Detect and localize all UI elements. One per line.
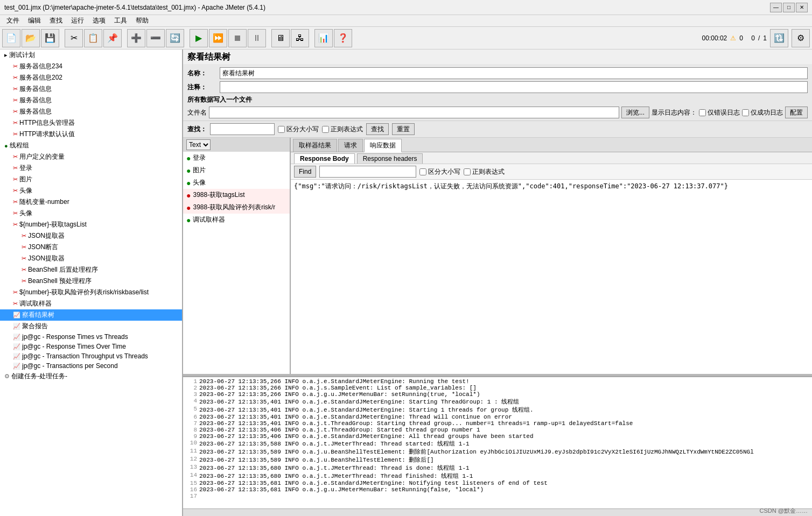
result-item-debug-item[interactable]: ●调试取样器 xyxy=(183,214,290,226)
find-regex-checkbox[interactable] xyxy=(464,168,471,175)
menu-item-查找[interactable]: 查找 xyxy=(45,15,67,26)
tree-item-jp-rt-over[interactable]: 📈jp@gc - Response Times Over Time xyxy=(0,342,182,351)
tree-item-create-job[interactable]: ⚙创建任务-处理任务- xyxy=(0,371,182,382)
search-button[interactable]: 查找 xyxy=(366,123,389,135)
detail-tab-请求[interactable]: 请求 xyxy=(338,139,363,152)
result-item-login-item[interactable]: ●登录 xyxy=(183,152,290,164)
tree-item-thread-group[interactable]: ●线程组 xyxy=(0,140,182,151)
filename-input[interactable] xyxy=(209,107,619,118)
main-layout: ▸测试计划✂服务器信息234✂服务器信息202✂服务器信息✂服务器信息✂服务器信… xyxy=(0,50,812,516)
new-button[interactable]: 📄 xyxy=(2,29,20,47)
success-log-checkbox-item[interactable]: 仅成功日志 xyxy=(742,108,783,117)
remote-start-button[interactable]: 🖥 xyxy=(271,29,290,47)
cut-button[interactable]: ✂ xyxy=(65,29,83,47)
minimize-button[interactable]: — xyxy=(770,3,782,12)
success-log-checkbox[interactable] xyxy=(742,109,749,116)
refresh-button[interactable]: 🔃 xyxy=(770,29,788,47)
find-case-checkbox[interactable] xyxy=(419,168,426,175)
stop-now-button[interactable]: ⏸ xyxy=(248,29,266,47)
search-input[interactable] xyxy=(210,123,275,135)
tree-item-view-results-tree[interactable]: 📈察看结果树 xyxy=(0,309,182,321)
tree-item-avatar[interactable]: ✂头像 xyxy=(0,185,182,196)
tree-item-login[interactable]: ✂登录 xyxy=(0,162,182,174)
tree-item-test-plan[interactable]: ▸测试计划 xyxy=(0,50,182,61)
detail-tab-响应数据[interactable]: 响应数据 xyxy=(364,139,402,152)
menu-item-运行[interactable]: 运行 xyxy=(67,15,88,26)
help-button[interactable]: ❓ xyxy=(334,29,352,47)
tree-item-beanshell-pre[interactable]: ✂BeanShell 预处理程序 xyxy=(0,275,182,287)
tree-item-jp-throughput[interactable]: 📈jp@gc - Transaction Throughput vs Threa… xyxy=(0,351,182,361)
case-sensitive-checkbox-item[interactable]: 区分大小写 xyxy=(278,125,319,134)
result-item-images-item[interactable]: ●图片 xyxy=(183,164,290,176)
regex-checkbox[interactable] xyxy=(322,126,329,133)
detail-subtab-Response-headers[interactable]: Response headers xyxy=(357,153,423,164)
find-case-checkbox-item[interactable]: 区分大小写 xyxy=(419,167,460,176)
add-button[interactable]: ➕ xyxy=(127,29,145,47)
name-input[interactable] xyxy=(220,67,808,79)
reset-button[interactable]: 重置 xyxy=(392,123,415,135)
tree-item-head-portrait[interactable]: ✂头像 xyxy=(0,208,182,219)
browse-button[interactable]: 浏览... xyxy=(621,107,649,118)
menu-item-帮助[interactable]: 帮助 xyxy=(131,15,153,26)
tree-item-debug-sampler[interactable]: ✂调试取样器 xyxy=(0,298,182,309)
config-button[interactable]: 配置 xyxy=(785,107,808,118)
tree-item-images[interactable]: ✂图片 xyxy=(0,174,182,185)
tree-item-http-defaults[interactable]: ✂HTTP请求默认认值 xyxy=(0,129,182,140)
maximize-button[interactable]: □ xyxy=(783,3,795,12)
tree-item-num-get-tagslist[interactable]: ✂${number}-获取tagsList xyxy=(0,219,182,230)
tree-item-num-get-risklist[interactable]: ✂${number}-获取风险评价列表risk/riskbase/list xyxy=(0,287,182,298)
settings-button[interactable]: ⚙ xyxy=(792,29,810,47)
result-item-get-risklist-item[interactable]: ●3988-获取风险评价列表risk/r xyxy=(183,201,290,214)
tree-item-random-var[interactable]: ✂随机变量-number xyxy=(0,196,182,208)
stop-button[interactable]: ⏹ xyxy=(228,29,247,47)
tree-item-beanshell-post[interactable]: ✂BeanShell 后置处理程序 xyxy=(0,264,182,275)
detail-content: {"msg":"请求访问：/risk/risktagsList，认证失败，无法访… xyxy=(291,180,812,374)
tree-item-server-info-1[interactable]: ✂服务器信息 xyxy=(0,83,182,95)
tree-item-server-info-3[interactable]: ✂服务器信息 xyxy=(0,106,182,117)
comment-input[interactable] xyxy=(220,81,808,93)
tree-item-json-extractor[interactable]: ✂JSON提取器 xyxy=(0,230,182,242)
save-button[interactable]: 💾 xyxy=(41,29,59,47)
copy-button[interactable]: 📋 xyxy=(84,29,102,47)
result-item-avatar-item[interactable]: ●头像 xyxy=(183,176,290,189)
remove-button[interactable]: ➖ xyxy=(146,29,165,47)
tree-item-server-info-234[interactable]: ✂服务器信息234 xyxy=(0,61,182,72)
find-input[interactable] xyxy=(319,166,416,178)
regex-checkbox-item[interactable]: 正则表达式 xyxy=(322,125,363,134)
tree-item-user-vars[interactable]: ✂用户定义的变量 xyxy=(0,151,182,162)
run-button[interactable]: ▶ xyxy=(190,29,208,47)
find-regex-checkbox-item[interactable]: 正则表达式 xyxy=(464,167,505,176)
run-no-pause-button[interactable]: ⏩ xyxy=(209,29,227,47)
tree-label: 创建任务-处理任务- xyxy=(11,372,67,381)
detail-tab-取样器结果[interactable]: 取样器结果 xyxy=(293,139,337,152)
tree-item-jp-tps[interactable]: 📈jp@gc - Transactions per Second xyxy=(0,361,182,371)
menu-item-工具[interactable]: 工具 xyxy=(110,15,131,26)
open-button[interactable]: 📂 xyxy=(22,29,40,47)
tree-item-server-info-2[interactable]: ✂服务器信息 xyxy=(0,95,182,106)
tree-item-json-extractor2[interactable]: ✂JSON提取器 xyxy=(0,253,182,264)
tree-item-json-assertion[interactable]: ✂JSON断言 xyxy=(0,242,182,253)
tree-item-aggregate-report[interactable]: 📈聚合报告 xyxy=(0,321,182,332)
close-button[interactable]: ✕ xyxy=(796,3,808,12)
log-line-text: 2023-06-27 12:13:35,401 INFO o.a.j.e.Sta… xyxy=(199,414,512,420)
tree-item-server-info-202[interactable]: ✂服务器信息202 xyxy=(0,72,182,83)
error-log-checkbox[interactable] xyxy=(699,109,706,116)
remote-stop-button[interactable]: 🖧 xyxy=(291,29,309,47)
tree-item-http-header-mgr[interactable]: ✂HTTP信息头管理器 xyxy=(0,117,182,129)
report-button[interactable]: 📊 xyxy=(314,29,333,47)
menu-item-编辑[interactable]: 编辑 xyxy=(24,15,45,26)
result-list-dropdown[interactable]: Text xyxy=(186,139,211,150)
result-item-label: 头像 xyxy=(193,178,206,187)
result-item-get-tagslist-item[interactable]: ●3988-获取tagsList xyxy=(183,189,290,201)
case-sensitive-checkbox[interactable] xyxy=(278,126,285,133)
find-button[interactable]: Find xyxy=(294,166,316,178)
tree-item-jp-rt-threads[interactable]: 📈jp@gc - Response Times vs Threads xyxy=(0,332,182,342)
paste-button[interactable]: 📌 xyxy=(103,29,122,47)
menu-item-选项[interactable]: 选项 xyxy=(88,15,110,26)
clear-button[interactable]: 🔄 xyxy=(166,29,184,47)
detail-subtab-Response-Body[interactable]: Response Body xyxy=(294,153,355,164)
error-log-checkbox-item[interactable]: 仅错误日志 xyxy=(699,108,740,117)
log-hscroll[interactable] xyxy=(183,508,812,516)
menu-item-文件[interactable]: 文件 xyxy=(2,15,24,26)
log-line: 32023-06-27 12:13:35,266 INFO o.a.j.g.u.… xyxy=(185,391,810,398)
